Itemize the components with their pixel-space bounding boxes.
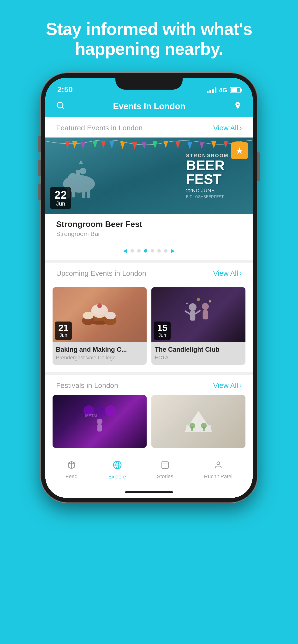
venue-festival-image — [152, 395, 245, 448]
carousel-dot-2[interactable] — [137, 249, 140, 252]
svg-point-45 — [197, 298, 200, 301]
upcoming-section-title: Upcoming Events in London — [56, 269, 146, 278]
upcoming-view-all-label: View All — [213, 269, 238, 278]
svg-line-1 — [62, 107, 64, 109]
svg-rect-42 — [203, 310, 208, 319]
candlelight-event-location: EC1A — [155, 354, 242, 361]
notch — [115, 78, 183, 90]
beer-fest-subtitle: 22ND JUNE — [186, 187, 229, 194]
svg-point-43 — [209, 300, 211, 302]
svg-rect-38 — [190, 311, 195, 320]
event-card-candlelight[interactable]: 15 Jun The Candlelight Club EC1A — [152, 287, 245, 365]
baking-event-name: Baking and Making C... — [56, 346, 143, 354]
bottom-navigation: Feed Explore — [45, 455, 253, 490]
svg-text:METAL: METAL — [85, 414, 99, 418]
svg-point-57 — [201, 423, 207, 428]
candlelight-date-day: 15 — [157, 324, 167, 332]
svg-line-39 — [185, 311, 190, 314]
festivals-section-title: Festivals in London — [56, 382, 118, 390]
carousel-next-icon[interactable]: ▶ — [171, 248, 175, 254]
svg-point-41 — [202, 303, 209, 310]
carousel-dot-5[interactable] — [158, 249, 161, 252]
network-type: 4G — [219, 86, 227, 94]
featured-view-all-label: View All — [213, 124, 238, 132]
carousel-dot-1[interactable] — [130, 249, 134, 252]
signal-bar-4 — [215, 88, 216, 93]
status-time: 2:50 — [57, 85, 73, 94]
candlelight-date-month: Jun — [157, 332, 167, 338]
featured-event-venue: Strongroom Bar — [56, 230, 242, 238]
svg-point-61 — [217, 462, 220, 464]
phone-mockup: 2:50 4G — [41, 73, 257, 502]
home-indicator — [45, 490, 253, 498]
nav-item-feed[interactable]: Feed — [66, 461, 77, 480]
carousel-prev-icon[interactable]: ◀ — [123, 248, 127, 254]
festivals-view-all-button[interactable]: View All › — [213, 382, 242, 390]
beer-fest-content: STRONGROOM BEER FEST 22ND JUNE BIT.LY/SH… — [45, 138, 253, 214]
svg-marker-23 — [79, 160, 83, 164]
profile-icon — [214, 461, 223, 472]
svg-line-40 — [195, 310, 200, 314]
candlelight-date-badge: 15 Jun — [154, 322, 171, 340]
featured-event-card[interactable]: STRONGROOM BEER FEST 22ND JUNE BIT.LY/SH… — [45, 138, 253, 260]
nav-item-profile[interactable]: Ruchit Patel — [204, 461, 232, 480]
battery-fill — [231, 88, 237, 92]
festivals-section-header: Festivals in London View All › — [45, 375, 253, 395]
svg-point-34 — [83, 312, 94, 319]
candlelight-event-image: 15 Jun — [152, 287, 245, 342]
svg-marker-14 — [187, 142, 192, 149]
feed-label: Feed — [66, 474, 77, 480]
upcoming-view-all-button[interactable]: View All › — [213, 269, 242, 278]
svg-marker-12 — [163, 141, 168, 148]
svg-rect-60 — [162, 462, 169, 468]
svg-point-32 — [97, 303, 102, 308]
svg-point-37 — [189, 303, 197, 311]
svg-marker-8 — [120, 142, 125, 149]
star-badge: ★ — [231, 142, 248, 159]
stories-icon — [161, 461, 169, 472]
svg-marker-11 — [153, 141, 158, 148]
festivals-grid: METAL — [45, 395, 253, 455]
section-divider-2 — [45, 372, 253, 375]
header-title: Events In London — [113, 101, 186, 112]
upcoming-section-header: Upcoming Events in London View All › — [45, 262, 253, 283]
venue-image-bg — [152, 395, 245, 448]
festival-card-venue[interactable] — [152, 395, 245, 448]
carousel-dot-3[interactable] — [144, 249, 147, 252]
carousel-dot-6[interactable] — [164, 249, 168, 252]
event-card-baking[interactable]: 21 Jun Baking and Making C... Prendergas… — [53, 287, 146, 365]
nav-item-explore[interactable]: Explore — [108, 460, 126, 480]
section-divider-1 — [45, 260, 253, 262]
featured-view-all-button[interactable]: View All › — [213, 124, 242, 132]
hero-tagline: Stay informed with what's happening near… — [0, 0, 298, 73]
svg-rect-25 — [72, 188, 75, 198]
beer-fest-title-line1: BEER — [186, 158, 229, 172]
nav-item-stories[interactable]: Stories — [157, 461, 173, 480]
svg-marker-6 — [101, 141, 106, 148]
featured-event-name: Strongroom Beer Fest — [56, 220, 242, 229]
baking-event-image: 21 Jun — [53, 287, 146, 342]
svg-marker-7 — [109, 141, 114, 148]
svg-rect-22 — [76, 170, 80, 178]
concert-festival-image: METAL — [53, 395, 146, 448]
carousel-dot-4[interactable] — [151, 249, 154, 252]
beer-fest-bg: STRONGROOM BEER FEST 22ND JUNE BIT.LY/SH… — [45, 138, 253, 214]
carousel-dots: ◀ ▶ — [45, 244, 253, 260]
search-icon[interactable] — [56, 101, 65, 112]
signal-bar-2 — [209, 90, 211, 93]
svg-rect-50 — [97, 424, 102, 432]
svg-marker-9 — [132, 142, 137, 150]
candlelight-event-info: The Candlelight Club EC1A — [152, 342, 245, 365]
featured-event-info: Strongroom Beer Fest Strongroom Bar — [45, 214, 253, 244]
location-icon[interactable] — [234, 101, 242, 112]
featured-date-month: Jun — [54, 200, 67, 207]
svg-point-21 — [80, 168, 86, 174]
svg-point-55 — [190, 423, 195, 428]
candlelight-event-name: The Candlelight Club — [155, 346, 242, 354]
festival-card-concert[interactable]: METAL — [53, 395, 146, 448]
baking-image-bg: 21 Jun — [53, 287, 146, 342]
featured-event-date-badge: 22 Jun — [50, 187, 71, 210]
signal-bar-3 — [212, 89, 214, 93]
signal-bar-1 — [207, 91, 209, 93]
svg-point-49 — [97, 418, 102, 424]
